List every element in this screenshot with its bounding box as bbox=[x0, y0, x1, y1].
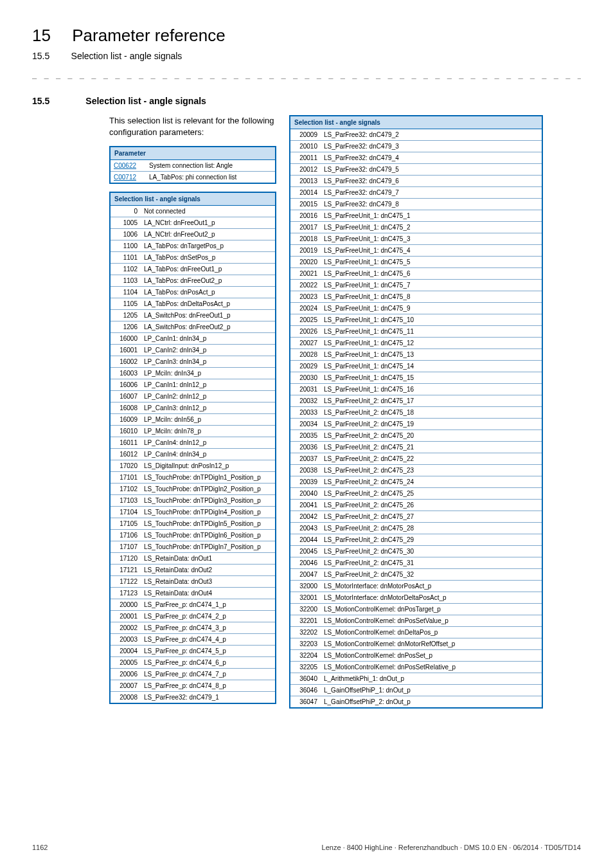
signal-number: 32205 bbox=[290, 662, 321, 673]
signal-number: 16008 bbox=[110, 402, 141, 414]
page-footer: 1162 Lenze · 8400 HighLine · Referenzhan… bbox=[32, 844, 581, 851]
table-row: 20041LS_ParFreeUnit_2: dnC475_26 bbox=[290, 500, 542, 511]
signal-number: 16011 bbox=[110, 437, 141, 449]
signal-desc: LS_ParFreeUnit_1: dnC475_15 bbox=[321, 372, 542, 384]
table-row: 32203LS_MotionControlKernel: dnMotorRefO… bbox=[290, 638, 542, 650]
signal-desc: LS_MotorInterface: dnMotorDeltaPosAct_p bbox=[321, 592, 542, 604]
signal-number: 17122 bbox=[110, 576, 141, 588]
table-row: 20045LS_ParFreeUnit_2: dnC475_30 bbox=[290, 546, 542, 557]
table-row: 1005LA_NCtrl: dnFreeOut1_p bbox=[110, 217, 276, 229]
signal-number: 20041 bbox=[290, 500, 321, 511]
table-row: 20031LS_ParFreeUnit_1: dnC475_16 bbox=[290, 384, 542, 395]
parameter-table-header: Parameter bbox=[110, 147, 276, 160]
signal-number: 1006 bbox=[110, 229, 141, 240]
table-row: 20010LS_ParFree32: dnC479_3 bbox=[290, 141, 542, 152]
table-row: 20020LS_ParFreeUnit_1: dnC475_5 bbox=[290, 257, 542, 268]
signal-number: 20021 bbox=[290, 268, 321, 280]
table-row: 17020LS_DigitalInput: dnPosIn12_p bbox=[110, 460, 276, 472]
signal-number: 17104 bbox=[110, 507, 141, 518]
signal-number: 20037 bbox=[290, 453, 321, 465]
signal-desc: LS_TouchProbe: dnTPDigIn2_Position_p bbox=[141, 484, 276, 495]
signal-number: 20028 bbox=[290, 349, 321, 361]
table-row: 20009LS_ParFree32: dnC479_2 bbox=[290, 129, 542, 141]
signal-number: 1206 bbox=[110, 321, 141, 333]
signal-number: 20039 bbox=[290, 476, 321, 488]
signal-number: 20001 bbox=[110, 611, 141, 622]
table-row: 20044LS_ParFreeUnit_2: dnC475_29 bbox=[290, 534, 542, 546]
table-row: 20032LS_ParFreeUnit_2: dnC475_17 bbox=[290, 395, 542, 407]
table-row: 20034LS_ParFreeUnit_2: dnC475_19 bbox=[290, 419, 542, 430]
table-row: 20003LS_ParFree_p: dnC474_4_p bbox=[110, 634, 276, 646]
table-row: 20029LS_ParFreeUnit_1: dnC475_14 bbox=[290, 361, 542, 372]
section-title: Parameter reference bbox=[72, 26, 225, 45]
signal-desc: LA_TabPos: dnSetPos_p bbox=[141, 252, 276, 264]
table-row: 36046L_GainOffsetPhiP_1: dnOut_p bbox=[290, 685, 542, 696]
signal-desc: LA_TabPos: dnDeltaPosAct_p bbox=[141, 298, 276, 310]
signal-number: 16006 bbox=[110, 379, 141, 391]
subsection-heading: 15.5 Selection list - angle signals bbox=[32, 96, 581, 106]
page-number: 1162 bbox=[32, 844, 48, 851]
table-row: 16006LP_CanIn1: dnIn12_p bbox=[110, 379, 276, 391]
table-row: 1006LA_NCtrl: dnFreeOut2_p bbox=[110, 229, 276, 240]
signal-desc: LS_ParFreeUnit_1: dnC475_11 bbox=[321, 326, 542, 338]
signal-desc: LS_MotionControlKernel: dnPosSetValue_p bbox=[321, 615, 542, 627]
signal-desc: Not connected bbox=[141, 206, 276, 217]
signal-desc: LS_ParFreeUnit_2: dnC475_27 bbox=[321, 511, 542, 523]
signal-number: 20003 bbox=[110, 634, 141, 646]
table-row: 16003LP_MciIn: dnIn34_p bbox=[110, 368, 276, 379]
signal-number: 20025 bbox=[290, 314, 321, 326]
signal-number: 1105 bbox=[110, 298, 141, 310]
signal-desc: LS_ParFreeUnit_2: dnC475_29 bbox=[321, 534, 542, 546]
table-row: 17103LS_TouchProbe: dnTPDigIn3_Position_… bbox=[110, 495, 276, 507]
page-header: 15 Parameter reference 15.5 Selection li… bbox=[32, 26, 581, 61]
signal-number: 1005 bbox=[110, 217, 141, 229]
signal-number: 20023 bbox=[290, 291, 321, 303]
signal-number: 20030 bbox=[290, 372, 321, 384]
signal-number: 0 bbox=[110, 206, 141, 217]
signal-number: 17101 bbox=[110, 472, 141, 484]
signal-desc: LS_MotionControlKernel: dnPosTarget_p bbox=[321, 604, 542, 615]
signal-desc: LP_CanIn3: dnIn34_p bbox=[141, 356, 276, 368]
signal-desc: LA_SwitchPos: dnFreeOut2_p bbox=[141, 321, 276, 333]
signal-number: 20035 bbox=[290, 430, 321, 442]
table-row: 20019LS_ParFreeUnit_1: dnC475_4 bbox=[290, 245, 542, 257]
signal-number: 17123 bbox=[110, 588, 141, 599]
signal-desc: LS_RetainData: dnOut2 bbox=[141, 565, 276, 576]
subsection-header-number: 15.5 bbox=[32, 51, 49, 61]
table-row: 0Not connected bbox=[110, 206, 276, 217]
signal-desc: LS_ParFreeUnit_2: dnC475_17 bbox=[321, 395, 542, 407]
signal-number: 20047 bbox=[290, 569, 321, 581]
table-row: 1205LA_SwitchPos: dnFreeOut1_p bbox=[110, 310, 276, 321]
table-row: 20040LS_ParFreeUnit_2: dnC475_25 bbox=[290, 488, 542, 500]
signal-desc: LS_ParFreeUnit_2: dnC475_30 bbox=[321, 546, 542, 557]
table-row: 32200LS_MotionControlKernel: dnPosTarget… bbox=[290, 604, 542, 615]
signal-number: 20017 bbox=[290, 222, 321, 233]
table-row: 32000LS_MotorInterface: dnMotorPosAct_p bbox=[290, 581, 542, 592]
table-row: 20021LS_ParFreeUnit_1: dnC475_6 bbox=[290, 268, 542, 280]
signal-desc: LS_ParFree_p: dnC474_3_p bbox=[141, 622, 276, 634]
table-row: 32001LS_MotorInterface: dnMotorDeltaPosA… bbox=[290, 592, 542, 604]
table-row: 16010LP_MciIn: dnIn78_p bbox=[110, 426, 276, 437]
table-row: 20018LS_ParFreeUnit_1: dnC475_3 bbox=[290, 233, 542, 245]
table-row: 20039LS_ParFreeUnit_2: dnC475_24 bbox=[290, 476, 542, 488]
table-row: 1103LA_TabPos: dnFreeOut2_p bbox=[110, 275, 276, 287]
table-row: 17101LS_TouchProbe: dnTPDigIn1_Position_… bbox=[110, 472, 276, 484]
table-row: 17105LS_TouchProbe: dnTPDigIn5_Position_… bbox=[110, 518, 276, 530]
table-row: 20038LS_ParFreeUnit_2: dnC475_23 bbox=[290, 465, 542, 476]
table-row: 17102LS_TouchProbe: dnTPDigIn2_Position_… bbox=[110, 484, 276, 495]
signal-number: 1102 bbox=[110, 264, 141, 275]
signal-desc: LS_ParFreeUnit_1: dnC475_13 bbox=[321, 349, 542, 361]
signal-desc: LS_TouchProbe: dnTPDigIn7_Position_p bbox=[141, 541, 276, 553]
signal-desc: LP_CanIn2: dnIn12_p bbox=[141, 391, 276, 402]
signal-number: 16002 bbox=[110, 356, 141, 368]
signal-number: 20031 bbox=[290, 384, 321, 395]
table-row: 16001LP_CanIn2: dnIn34_p bbox=[110, 345, 276, 356]
signal-number: 20034 bbox=[290, 419, 321, 430]
table-row: 20016LS_ParFreeUnit_1: dnC475_1 bbox=[290, 210, 542, 222]
selection-table-left: Selection list - angle signals 0Not conn… bbox=[109, 192, 276, 704]
table-row: 1104LA_TabPos: dnPosAct_p bbox=[110, 287, 276, 298]
parameter-link[interactable]: C00622 bbox=[114, 162, 136, 169]
table-row: 1206LA_SwitchPos: dnFreeOut2_p bbox=[110, 321, 276, 333]
signal-desc: LS_MotionControlKernel: dnDeltaPos_p bbox=[321, 627, 542, 638]
parameter-link[interactable]: C00712 bbox=[114, 174, 136, 181]
